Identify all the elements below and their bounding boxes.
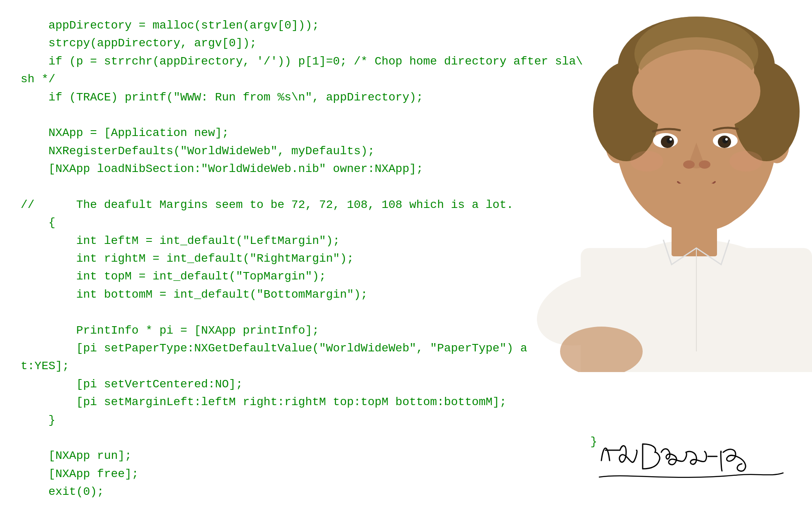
- svg-point-23: [683, 160, 695, 169]
- person-photo: [457, 0, 812, 372]
- svg-point-18: [670, 138, 672, 141]
- svg-point-22: [725, 138, 728, 141]
- svg-point-27: [651, 182, 742, 232]
- svg-point-14: [632, 50, 760, 132]
- svg-point-26: [729, 151, 762, 172]
- svg-point-25: [630, 151, 663, 172]
- svg-point-24: [699, 160, 710, 169]
- signature: [593, 419, 800, 494]
